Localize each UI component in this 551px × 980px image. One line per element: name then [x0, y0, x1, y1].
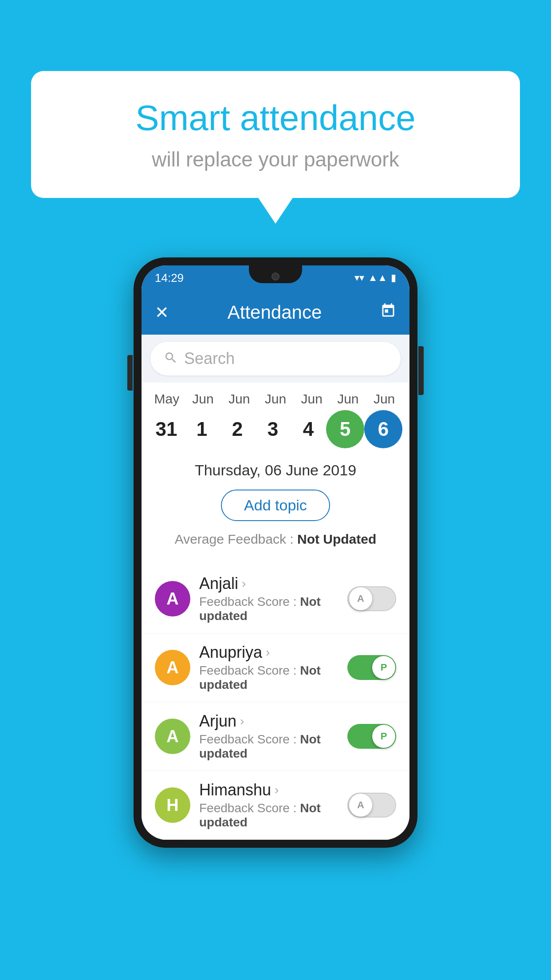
toggle-knob-anjali: A: [349, 587, 372, 610]
calendar-day-31[interactable]: 31: [149, 418, 184, 440]
calendar-row: May Jun Jun Jun Jun Jun Jun 31 1 2 3 4 5…: [142, 383, 409, 453]
toggle-anjali[interactable]: A: [347, 586, 396, 611]
avg-feedback: Average Feedback : Not Updated: [155, 532, 396, 547]
avatar-anupriya: A: [155, 650, 190, 685]
calendar-day-2[interactable]: 2: [220, 418, 255, 440]
calendar-month-0: May: [149, 391, 185, 407]
calendar-icon[interactable]: [380, 303, 396, 323]
student-item-anjali[interactable]: A Anjali › Feedback Score : Not updated …: [142, 565, 409, 633]
student-name-arjun: Arjun ›: [199, 712, 338, 731]
student-item-arjun[interactable]: A Arjun › Feedback Score : Not updated P: [142, 702, 409, 771]
chevron-right-icon: ›: [240, 714, 244, 728]
speech-bubble: Smart attendance will replace your paper…: [31, 71, 520, 198]
notch: [249, 265, 302, 283]
chevron-right-icon: ›: [275, 783, 279, 797]
avatar-arjun: A: [155, 719, 190, 754]
status-time: 14:29: [155, 271, 184, 285]
calendar-months: May Jun Jun Jun Jun Jun Jun: [142, 391, 409, 407]
calendar-day-4[interactable]: 4: [291, 418, 326, 440]
calendar-month-3: Jun: [258, 391, 293, 407]
avg-feedback-label: Average Feedback :: [175, 532, 297, 546]
toggle-knob-anupriya: P: [372, 656, 395, 679]
student-info-himanshu: Himanshu › Feedback Score : Not updated: [199, 781, 338, 830]
app-bar: ✕ Attendance: [142, 290, 409, 335]
calendar-month-2: Jun: [221, 391, 257, 407]
wifi-icon: ▾▾: [354, 272, 364, 284]
phone-wrapper: 14:29 ▾▾ ▲▲ ▮ ✕ Attendance: [134, 257, 417, 848]
content-area: Thursday, 06 June 2019 Add topic Average…: [142, 453, 409, 565]
calendar-days: 31 1 2 3 4 5 6: [142, 410, 409, 448]
speech-bubble-title: Smart attendance: [67, 98, 484, 138]
calendar-day-3[interactable]: 3: [255, 418, 291, 440]
avatar-himanshu: H: [155, 787, 190, 823]
student-feedback-anupriya: Feedback Score : Not updated: [199, 664, 338, 692]
status-icons: ▾▾ ▲▲ ▮: [354, 272, 396, 284]
calendar-day-6[interactable]: 6: [364, 410, 402, 448]
toggle-arjun[interactable]: P: [347, 724, 396, 749]
notch-camera: [272, 273, 279, 281]
search-placeholder: Search: [184, 349, 235, 368]
student-name-anupriya: Anupriya ›: [199, 643, 338, 662]
calendar-day-5[interactable]: 5: [326, 410, 364, 448]
student-feedback-himanshu: Feedback Score : Not updated: [199, 801, 338, 830]
chevron-right-icon: ›: [242, 577, 246, 591]
phone-screen: 14:29 ▾▾ ▲▲ ▮ ✕ Attendance: [142, 265, 409, 840]
toggle-anupriya[interactable]: P: [347, 655, 396, 680]
add-topic-button[interactable]: Add topic: [221, 490, 330, 521]
search-bar[interactable]: Search: [150, 342, 401, 375]
signal-icon: ▲▲: [368, 272, 387, 284]
search-bar-wrapper: Search: [142, 335, 409, 383]
calendar-month-4: Jun: [294, 391, 330, 407]
student-info-arjun: Arjun › Feedback Score : Not updated: [199, 712, 338, 761]
student-feedback-arjun: Feedback Score : Not updated: [199, 732, 338, 761]
student-name-anjali: Anjali ›: [199, 574, 338, 593]
speech-bubble-arrow: [258, 197, 293, 224]
student-item-anupriya[interactable]: A Anupriya › Feedback Score : Not update…: [142, 633, 409, 702]
phone-frame: 14:29 ▾▾ ▲▲ ▮ ✕ Attendance: [134, 257, 417, 848]
calendar-month-6: Jun: [366, 391, 402, 407]
calendar-month-5: Jun: [330, 391, 366, 407]
calendar-day-1[interactable]: 1: [184, 418, 220, 440]
selected-date: Thursday, 06 June 2019: [155, 462, 396, 479]
close-icon[interactable]: ✕: [155, 303, 169, 322]
avg-feedback-value: Not Updated: [297, 532, 376, 546]
avatar-anjali: A: [155, 581, 190, 616]
student-info-anjali: Anjali › Feedback Score : Not updated: [199, 574, 338, 623]
chevron-right-icon: ›: [266, 645, 270, 660]
student-list: A Anjali › Feedback Score : Not updated …: [142, 565, 409, 840]
speech-bubble-subtitle: will replace your paperwork: [67, 147, 484, 171]
student-name-himanshu: Himanshu ›: [199, 781, 338, 799]
search-icon: [164, 351, 178, 367]
student-feedback-anjali: Feedback Score : Not updated: [199, 595, 338, 623]
app-bar-title: Attendance: [228, 302, 322, 323]
toggle-knob-arjun: P: [372, 725, 395, 748]
student-info-anupriya: Anupriya › Feedback Score : Not updated: [199, 643, 338, 692]
toggle-knob-himanshu: A: [349, 794, 372, 817]
calendar-month-1: Jun: [185, 391, 221, 407]
toggle-himanshu[interactable]: A: [347, 793, 396, 818]
student-item-himanshu[interactable]: H Himanshu › Feedback Score : Not update…: [142, 771, 409, 840]
speech-bubble-wrapper: Smart attendance will replace your paper…: [31, 71, 520, 224]
battery-icon: ▮: [391, 272, 396, 284]
